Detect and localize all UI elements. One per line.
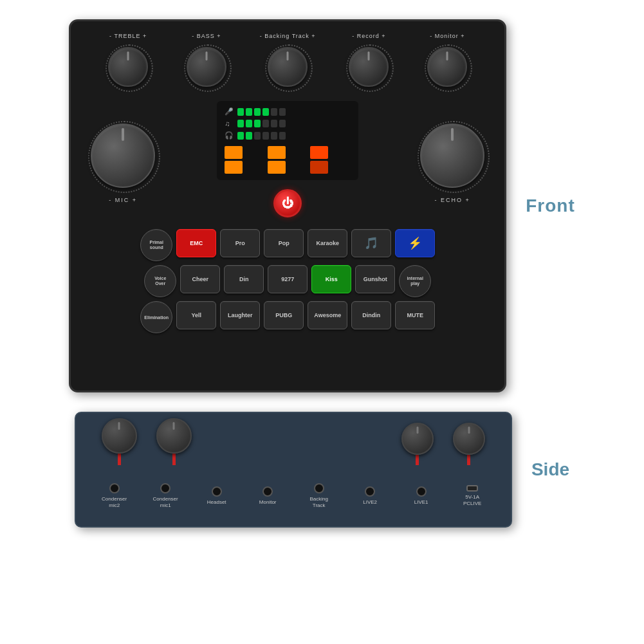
port-hole-mic2: [109, 483, 120, 493]
vu-bar: [271, 108, 277, 116]
treble-dot-ring: [103, 42, 153, 92]
orange-cell: [268, 146, 286, 159]
btn-primal-sound[interactable]: Primalsound: [140, 229, 172, 261]
btn-gunshot[interactable]: Gunshot: [355, 265, 395, 293]
music-vu-row: ♫: [225, 120, 351, 127]
port-label-headset: Headset: [207, 499, 226, 506]
btn-karaoke[interactable]: Karaoke: [308, 229, 347, 257]
echo-knob[interactable]: [420, 124, 484, 188]
middle-row: - MIC + 🎤: [82, 101, 493, 220]
btn-din[interactable]: Din: [224, 265, 264, 293]
mic-label: - MIC +: [109, 197, 137, 203]
vu-bar: [246, 108, 252, 116]
echo-dot-ring: [415, 118, 490, 193]
backing-knob[interactable]: [268, 47, 308, 87]
device-side: Condensermic2 Condensermic1 Headset Moni…: [75, 412, 512, 528]
headphone-vu-row: 🎧: [225, 131, 351, 140]
port-hole-mic1: [160, 483, 170, 493]
btn-9277[interactable]: 9277: [268, 265, 308, 293]
btn-pro[interactable]: Pro: [220, 229, 260, 257]
vu-bar: [279, 108, 286, 116]
button-row-2: VoiceOver Cheer Din 9277 Kiss Gunshot in…: [85, 265, 490, 297]
btn-pubg[interactable]: PUBG: [264, 301, 304, 329]
vu-bar: [237, 108, 244, 116]
mic-vu-bars: [237, 108, 286, 116]
vu-bar: [262, 120, 269, 127]
record-knob[interactable]: [349, 47, 389, 87]
btn-mute[interactable]: MUTE: [395, 301, 435, 329]
port-hole-live2: [365, 486, 375, 497]
port-live1: LIVE1: [396, 486, 447, 506]
backing-label: - Backing Track +: [260, 33, 316, 39]
mic-knob[interactable]: [91, 124, 155, 188]
btn-dindin[interactable]: Dindin: [351, 301, 391, 329]
btn-emc[interactable]: EMC: [176, 229, 216, 257]
port-condenser-mic2: Condensermic2: [89, 483, 140, 508]
btn-cheer[interactable]: Cheer: [180, 265, 220, 293]
port-label-live1: LIVE1: [414, 499, 428, 506]
vu-bar: [237, 132, 244, 140]
side-knob-4[interactable]: [453, 423, 485, 455]
port-label-backing: BackingTrack: [309, 496, 327, 508]
btn-voice-over[interactable]: VoiceOver: [144, 265, 176, 297]
vu-bar: [237, 120, 244, 127]
vu-display: 🎤 ♫: [217, 101, 358, 180]
port-label-mic1: Condensermic1: [153, 496, 178, 508]
monitor-label: - Monitor +: [430, 33, 465, 39]
headphone-vu-bars: [237, 132, 286, 140]
orange-cell: [310, 146, 328, 159]
knob-group-bass: - BASS +: [181, 33, 232, 92]
vu-bar: [279, 132, 286, 140]
orange-cell: [225, 146, 243, 159]
bass-label: - BASS +: [192, 33, 221, 39]
bass-dot-ring: [181, 42, 232, 92]
vu-bar: [246, 132, 252, 140]
side-knob-3[interactable]: [401, 423, 434, 455]
port-label-mic2: Condensermic2: [102, 496, 127, 508]
btn-yell[interactable]: Yell: [176, 301, 216, 329]
port-hole-backing: [314, 483, 324, 493]
knob-group-treble: - TREBLE +: [103, 33, 153, 92]
power-icon: ⏻: [282, 197, 293, 210]
bass-knob[interactable]: [187, 47, 226, 87]
btn-internal-play[interactable]: internalplay: [399, 265, 431, 297]
port-condenser-mic1: Condensermic1: [140, 483, 191, 508]
mic-knob-group: - MIC +: [86, 118, 160, 203]
vu-bar: [262, 108, 269, 116]
orange-cell: [268, 161, 286, 174]
side-knob-1[interactable]: [102, 418, 137, 454]
treble-knob[interactable]: [108, 47, 148, 87]
btn-music-icon[interactable]: 🎵: [351, 229, 391, 257]
front-label: Front: [526, 196, 575, 216]
vu-bar: [271, 132, 277, 140]
record-dot-ring: [344, 42, 394, 92]
vu-bar: [262, 132, 269, 140]
vu-bar: [246, 120, 252, 127]
btn-awesome[interactable]: Awesome: [308, 301, 347, 329]
btn-laughter[interactable]: Laughter: [220, 301, 260, 329]
vu-bar: [271, 120, 277, 127]
btn-kiss[interactable]: Kiss: [311, 265, 351, 293]
btn-lightning[interactable]: ⚡: [395, 229, 435, 257]
vu-bar: [254, 108, 261, 116]
record-label: - Record +: [352, 33, 385, 39]
knob-group-record: - Record +: [344, 33, 394, 92]
mic-vu-row: 🎤: [225, 107, 351, 116]
monitor-knob[interactable]: [427, 47, 467, 87]
side-section: Condensermic2 Condensermic1 Headset Moni…: [13, 412, 631, 528]
btn-elimination[interactable]: Elimination: [140, 301, 172, 333]
side-knob-2[interactable]: [156, 418, 192, 454]
front-section: - TREBLE + - BASS + - Backing Track +: [13, 19, 631, 392]
device-front: - TREBLE + - BASS + - Backing Track +: [69, 19, 506, 392]
music-vu-bars: [237, 120, 286, 127]
mic-icon: 🎤: [225, 107, 234, 116]
button-row-1: Primalsound EMC Pro Pop Karaoke 🎵 ⚡: [85, 229, 490, 261]
orange-cell: [310, 161, 328, 174]
main-container: - TREBLE + - BASS + - Backing Track +: [0, 0, 644, 644]
knob-group-monitor: - Monitor +: [422, 33, 472, 92]
btn-pop[interactable]: Pop: [264, 229, 304, 257]
vu-bar: [279, 120, 286, 127]
mic-dot-ring: [86, 118, 160, 193]
monitor-dot-ring: [422, 42, 472, 92]
power-button[interactable]: ⏻: [273, 189, 302, 217]
